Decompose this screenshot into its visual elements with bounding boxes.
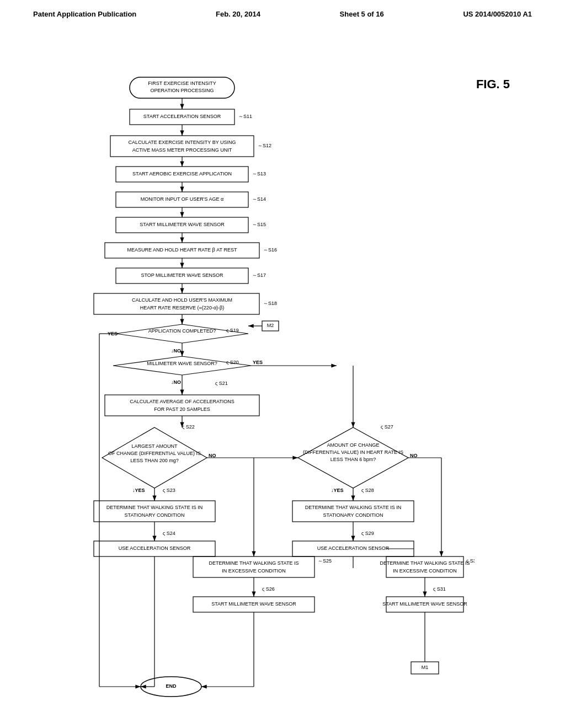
svg-text:MONITOR INPUT OF USER'S AGE α: MONITOR INPUT OF USER'S AGE α: [141, 196, 224, 202]
svg-text:HEART RATE RESERVE  (=(220-α)-: HEART RATE RESERVE (=(220-α)-β): [140, 305, 225, 311]
svg-text:ς S26: ς S26: [262, 586, 275, 592]
sheet-info: Sheet 5 of 16: [340, 10, 384, 18]
svg-text:DETERMINE THAT WALKING STATE I: DETERMINE THAT WALKING STATE IS IN: [305, 505, 401, 510]
svg-text:～S17: ～S17: [252, 272, 266, 278]
svg-text:APPLICATION COMPLETED?: APPLICATION COMPLETED?: [148, 328, 216, 334]
figure-label: FIG. 5: [476, 77, 510, 92]
svg-text:START MILLIMETER WAVE SENSOR: START MILLIMETER WAVE SENSOR: [211, 601, 296, 607]
svg-text:LESS THAN 200 mg?: LESS THAN 200 mg?: [130, 458, 178, 463]
svg-text:～S25: ～S25: [318, 558, 332, 564]
svg-rect-116: [386, 556, 463, 577]
svg-text:STOP MILLIMETER WAVE SENSOR: STOP MILLIMETER WAVE SENSOR: [141, 272, 223, 278]
svg-rect-34: [94, 293, 259, 314]
svg-text:DETERMINE THAT WALKING STATE I: DETERMINE THAT WALKING STATE IS: [209, 560, 299, 566]
svg-text:MEASURE AND HOLD HEART RATE  β: MEASURE AND HOLD HEART RATE β AT REST: [127, 247, 237, 253]
svg-rect-96: [292, 501, 414, 522]
svg-rect-84: [94, 501, 215, 522]
svg-text:USE ACCELERATION SENSOR: USE ACCELERATION SENSOR: [317, 545, 390, 551]
svg-text:～S13: ～S13: [252, 171, 266, 176]
svg-text:USE ACCELERATION SENSOR: USE ACCELERATION SENSOR: [119, 545, 191, 551]
svg-text:CALCULATE AND HOLD USER'S MAXI: CALCULATE AND HOLD USER'S MAXIMUM: [132, 297, 232, 303]
svg-text:ς S27: ς S27: [381, 424, 393, 430]
svg-text:FOR PAST 20 SAMPLES: FOR PAST 20 SAMPLES: [154, 406, 210, 412]
svg-text:LESS THAN 6 bpm?: LESS THAN 6 bpm?: [331, 457, 376, 462]
flowchart-diagram: FIRST EXERCISE INTENSITY OPERATION PROCE…: [44, 72, 475, 706]
svg-text:↓NO: ↓NO: [171, 379, 181, 385]
svg-text:IN EXCESSIVE CONDITION: IN EXCESSIVE CONDITION: [393, 568, 457, 574]
svg-text:STATIONARY CONDITION: STATIONARY CONDITION: [323, 512, 383, 518]
svg-text:↓YES: ↓YES: [132, 488, 145, 493]
svg-text:～S18: ～S18: [263, 301, 277, 306]
svg-text:ACTIVE MASS METER PROCESSING U: ACTIVE MASS METER PROCESSING UNIT: [132, 147, 232, 153]
svg-text:ς S28: ς S28: [361, 488, 374, 493]
svg-text:～S11: ～S11: [238, 114, 252, 119]
svg-rect-104: [193, 556, 315, 577]
svg-text:START MILLIMETER WAVE SENSOR: START MILLIMETER WAVE SENSOR: [382, 601, 467, 607]
publication-date: Feb. 20, 2014: [216, 10, 260, 18]
svg-text:DETERMINE THAT WALKING STATE I: DETERMINE THAT WALKING STATE IS: [380, 560, 470, 566]
svg-text:↓NO: ↓NO: [171, 348, 181, 354]
svg-text:LARGEST AMOUNT: LARGEST AMOUNT: [132, 443, 178, 449]
svg-text:START ACCELERATION SENSOR: START ACCELERATION SENSOR: [143, 114, 221, 119]
svg-text:ς S23: ς S23: [163, 488, 175, 493]
svg-text:ς S21: ς S21: [215, 381, 228, 386]
svg-text:FIRST EXERCISE INTENSITY: FIRST EXERCISE INTENSITY: [148, 81, 216, 86]
svg-text:AMOUNT OF CHANGE: AMOUNT OF CHANGE: [327, 442, 380, 448]
publication-title: Patent Application Publication: [33, 10, 136, 18]
patent-number: US 2014/0052010 A1: [463, 10, 532, 18]
svg-text:ς S30: ς S30: [466, 558, 475, 564]
svg-text:ς S31: ς S31: [433, 586, 446, 592]
svg-text:START AEROBIC EXERCISE APPLICA: START AEROBIC EXERCISE APPLICATION: [132, 171, 232, 176]
svg-rect-9: [110, 136, 254, 157]
svg-text:MILLIMETER WAVE SENSOR?: MILLIMETER WAVE SENSOR?: [147, 361, 217, 366]
svg-text:～S14: ～S14: [252, 196, 266, 202]
svg-text:START MILLIMETER WAVE SENSOR: START MILLIMETER WAVE SENSOR: [140, 222, 225, 227]
svg-text:ς S29: ς S29: [361, 531, 374, 536]
svg-text:END: END: [166, 683, 177, 689]
svg-text:ς S22: ς S22: [182, 424, 195, 430]
svg-rect-60: [105, 395, 259, 416]
svg-text:(DIFFERENTIAL VALUE) IN HEART : (DIFFERENTIAL VALUE) IN HEART RATE IS: [303, 449, 403, 455]
svg-text:～S15: ～S15: [252, 222, 266, 227]
svg-text:ς S19: ς S19: [226, 328, 239, 333]
svg-text:CALCULATE EXERCISE INTENSITY B: CALCULATE EXERCISE INTENSITY BY USING: [128, 140, 236, 145]
svg-text:OPERATION PROCESSING: OPERATION PROCESSING: [151, 88, 214, 93]
svg-text:IN EXCESSIVE CONDITION: IN EXCESSIVE CONDITION: [222, 568, 286, 574]
svg-text:M1: M1: [422, 665, 429, 670]
svg-text:ς S24: ς S24: [163, 531, 175, 536]
svg-text:YES: YES: [253, 360, 263, 365]
svg-text:↓YES: ↓YES: [331, 488, 344, 493]
svg-text:CALCULATE AVERAGE OF ACCELERAT: CALCULATE AVERAGE OF ACCELERATIONS: [130, 399, 234, 404]
svg-text:DETERMINE THAT WALKING STATE I: DETERMINE THAT WALKING STATE IS IN: [106, 505, 202, 510]
svg-text:～S16: ～S16: [263, 247, 277, 253]
svg-text:ς S20: ς S20: [226, 360, 239, 365]
svg-text:M2: M2: [267, 323, 274, 328]
svg-text:STATIONARY CONDITION: STATIONARY CONDITION: [125, 512, 185, 518]
svg-text:OF CHANGE (DIFFERENTIAL VALUE): OF CHANGE (DIFFERENTIAL VALUE) IS: [108, 451, 201, 456]
svg-text:～S12: ～S12: [258, 143, 271, 148]
page-header: Patent Application Publication Feb. 20, …: [0, 0, 565, 18]
